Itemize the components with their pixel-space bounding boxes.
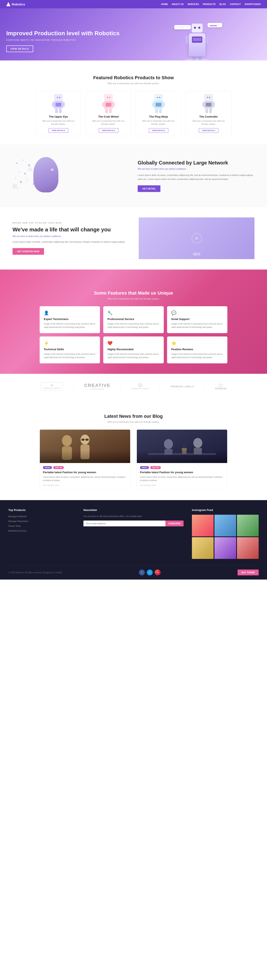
blog-content-2: News Top Tip Portable latest Fashion for…	[137, 463, 227, 490]
product-name-4: The Controller	[189, 115, 228, 118]
network-cta-button[interactable]: GET DETAIL	[137, 185, 160, 192]
nav-services[interactable]: Services	[187, 3, 199, 5]
product-cta-3[interactable]: VIEW DETAILS	[149, 128, 168, 133]
nav-shortcodes[interactable]: Shortcodes	[245, 3, 261, 5]
blog-tags-1: News Top Tip	[43, 466, 127, 469]
social-facebook-button[interactable]: f	[139, 570, 145, 575]
footer-products-list: Managed Website Manage Reputation Power …	[8, 515, 75, 532]
product-desc-4: Who are is extremely love with eco frien…	[189, 119, 228, 126]
hero-robot	[189, 33, 205, 56]
nav-contact[interactable]: Contact	[230, 3, 241, 5]
network-tagline: We are here to listen from you deliver e…	[137, 168, 254, 170]
newsletter-email-input[interactable]	[83, 520, 165, 527]
newsletter-subscribe-button[interactable]: SUBSCRIBE	[165, 520, 184, 527]
instagram-thumb-4[interactable]	[192, 537, 214, 559]
newsletter-form: SUBSCRIBE	[83, 520, 184, 527]
social-twitter-button[interactable]: t	[147, 570, 153, 575]
instagram-thumb-3[interactable]	[237, 515, 259, 536]
feature-name-2: Professional Service	[107, 318, 159, 321]
nav-logo[interactable]: Robotics	[6, 2, 25, 6]
product-desc-1: Who are is extremely love with eco frien…	[39, 119, 78, 126]
footer-link-reputation[interactable]: Manage Reputation	[8, 520, 28, 522]
footer-social: f t in	[139, 570, 161, 575]
features-section-subtitle: Who are is extremely love with eco frien…	[8, 298, 259, 300]
svg-rect-34	[86, 439, 89, 441]
footer-link-managed[interactable]: Managed Website	[8, 515, 27, 518]
product-image-1	[50, 95, 67, 112]
feature-desc-3: Usage of the Internet is becoming more c…	[171, 322, 223, 329]
hero-section: Improved Production level with Robotics …	[0, 8, 267, 60]
footer-link-tools[interactable]: Power Tools	[8, 525, 21, 527]
feature-desc-4: Usage of the Internet is becoming more c…	[44, 353, 96, 359]
life-cta-button[interactable]: Get Started Now	[13, 248, 44, 255]
footer-newsletter-heading: Newsletter	[83, 508, 184, 512]
nav-home[interactable]: Home	[161, 3, 168, 5]
network-visual	[13, 155, 58, 197]
product-cta-1[interactable]: VIEW DETAILS	[49, 128, 68, 133]
brand-divider-2	[121, 382, 121, 391]
expert-technicians-icon: 👤	[44, 310, 96, 315]
blog-section: Latest News from our Blog Who are is ext…	[0, 399, 267, 500]
life-video	[139, 218, 254, 259]
footer-grid: Top Products Managed Website Manage Repu…	[8, 508, 259, 559]
product-card-1: The Upper Eye Who are is extremely love …	[35, 91, 82, 136]
features-section-title: Some Features that Made us Unique	[8, 290, 259, 296]
technical-skills-icon: ⚡	[44, 340, 96, 346]
blog-office-illustration	[137, 430, 227, 463]
network-description: Lorem ipsum dolor sit amet, consectetur …	[137, 173, 254, 181]
svg-rect-39	[165, 449, 173, 455]
svg-rect-32	[80, 444, 90, 459]
video-thumbnail[interactable]	[139, 218, 254, 259]
instagram-thumb-2[interactable]	[214, 515, 236, 536]
nav-products[interactable]: Products	[203, 3, 216, 5]
blog-section-title: Latest News from our Blog	[8, 414, 259, 419]
brand-4: PREMIUM LABELS	[170, 385, 194, 388]
blog-content-1: News Top Tip Portable latest Fashion for…	[40, 463, 130, 490]
great-support-icon: 💬	[171, 310, 223, 315]
blog-post-1[interactable]: News Top Tip Portable latest Fashion for…	[40, 430, 130, 490]
feature-name-6: Positive Reviews	[171, 348, 223, 351]
product-desc-3: Who are is extremely love with eco frien…	[139, 119, 178, 126]
svg-rect-41	[181, 448, 187, 449]
footer-bottom: © 2018 Robotics. All rights reserved. De…	[8, 565, 259, 575]
feature-card-6: ⭐ Positive Reviews Usage of the Internet…	[167, 336, 227, 363]
blog-post-2[interactable]: News Top Tip Portable latest Fashion for…	[137, 430, 227, 490]
svg-line-10	[17, 160, 23, 163]
nav-about[interactable]: About Us	[172, 3, 184, 5]
social-instagram-button[interactable]: in	[155, 570, 161, 575]
hero-cta-button[interactable]: VIEW DETAILS	[6, 45, 33, 52]
nav-blog[interactable]: Blog	[219, 3, 226, 5]
footer-products-heading: Top Products	[8, 508, 75, 512]
hero-text: Improved Production level with Robotics …	[6, 30, 133, 60]
instagram-thumb-1[interactable]	[192, 515, 214, 536]
svg-point-9	[17, 188, 18, 189]
life-description: Lorem ipsum dolor sit amet, consectetur …	[13, 240, 128, 244]
blog-grid: News Top Tip Portable latest Fashion for…	[40, 430, 227, 490]
buy-theme-button[interactable]: BUY THEME	[238, 570, 259, 575]
blog-tag-tip-2: Top Tip	[150, 466, 161, 469]
product-cta-2[interactable]: VIEW DETAILS	[99, 128, 118, 133]
feature-card-1: 👤 Expert Technicians Usage of the Intern…	[40, 306, 100, 333]
products-section-title: Featured Robotics Products to Show	[8, 75, 259, 81]
feature-name-3: Great Support	[171, 318, 223, 321]
footer-copyright: © 2018 Robotics. All rights reserved. De…	[8, 571, 62, 574]
blog-tag-news-2: News	[140, 466, 149, 469]
hero-subtitle: Everyone wants the innovation through ro…	[6, 39, 133, 41]
network-text: Globally Connected by Large Network We a…	[137, 159, 254, 192]
instagram-thumb-5[interactable]	[214, 537, 236, 559]
product-cta-4[interactable]: VIEW DETAILS	[199, 128, 218, 133]
instagram-grid	[192, 515, 259, 559]
blog-image-1	[40, 430, 130, 463]
footer-newsletter-desc: You can trust us. We only send promo off…	[83, 515, 184, 518]
blog-tags-2: News Top Tip	[140, 466, 224, 469]
brand-2: CREATIVE LOREM PRINT	[84, 383, 110, 390]
features-grid: 👤 Expert Technicians Usage of the Intern…	[40, 306, 227, 363]
product-name-3: The Plug Ninja	[139, 115, 178, 118]
footer-link-marketing[interactable]: Marketing Service	[8, 530, 27, 532]
life-badge: BRAND NEW APP TO BLOW YOUR MIND	[13, 222, 128, 224]
highly-recommended-icon: ❤️	[107, 340, 159, 346]
svg-point-22	[30, 169, 31, 170]
svg-rect-30	[62, 446, 72, 460]
blog-tag-news-1: News	[43, 466, 52, 469]
instagram-thumb-6[interactable]	[237, 537, 259, 559]
